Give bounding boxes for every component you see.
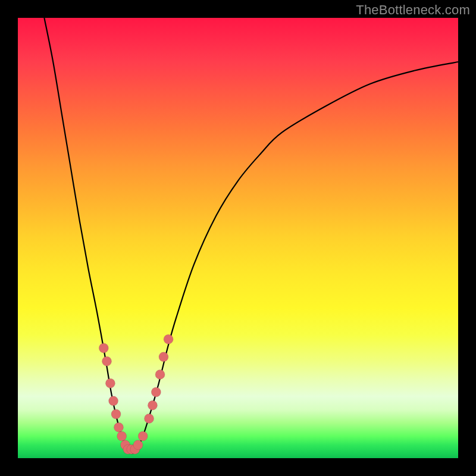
curve-right [132,62,458,454]
dot [138,431,148,441]
dot [155,369,165,379]
dot [105,378,115,388]
dot [145,414,154,423]
dot [164,334,173,344]
dot [109,396,118,406]
chart-frame: TheBottleneck.com [0,0,476,476]
chart-svg [18,18,458,458]
dot [102,356,111,366]
dot [117,431,127,441]
curve-left [44,18,132,454]
dot [151,387,161,397]
dot [148,400,157,410]
dot [133,440,143,450]
highlight-dots [99,334,173,454]
dot [111,409,121,419]
dot [114,422,123,432]
dot [99,343,108,353]
watermark-text: TheBottleneck.com [356,2,470,18]
dot [159,352,168,362]
